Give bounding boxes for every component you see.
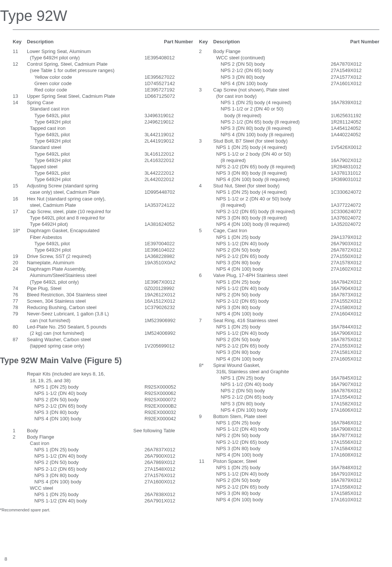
- cell-key: 3: [199, 87, 213, 93]
- cell-description: NPS 1 (DN 25) body (4 required): [213, 99, 325, 106]
- table-row: Fiber Asbestos: [13, 234, 193, 240]
- cell-description: NPS 1-1/2 (DN 40) body: [27, 390, 139, 396]
- cell-part: [139, 215, 193, 221]
- cell-description: NPS 2-1/2 (DN 65) body (8 required): [213, 163, 325, 170]
- cell-part: 26A7838X012: [139, 491, 193, 498]
- table-row: NPS 1-1/2 (DN 40) body16A7910X012: [199, 471, 379, 477]
- cell-description: NPS 2-1/2 (DN 65) body (8 required): [213, 119, 325, 125]
- cell-description: Stud Bolt, B7 Steel (for steel body): [213, 138, 325, 144]
- cell-description: Body Flange: [27, 434, 139, 440]
- cell-key: [13, 384, 27, 390]
- cell-key: 15: [13, 183, 27, 189]
- table-row: 16Hex Nut (standard spring case only),: [13, 196, 193, 202]
- cell-key: [13, 317, 27, 324]
- cell-key: [199, 67, 213, 74]
- cell-description: NPS 2 (DN 50) body: [27, 459, 139, 465]
- table-row: Type 6492L pilot3L442119012: [13, 131, 193, 138]
- cell-part: 1E396104022: [139, 247, 193, 253]
- cell-description: NPS 1 (DN 25) body: [213, 420, 325, 426]
- cell-description: NPS 1-1/2 (DN 40) body: [27, 453, 139, 459]
- cell-part: 1E395627022: [139, 74, 193, 80]
- cell-part: 1E397004022: [139, 240, 193, 247]
- table-row: NPS 2-1/2 (DN 65) body17A1556X012: [199, 439, 379, 445]
- table-row: Red color code1E395727192: [13, 87, 193, 93]
- cell-key: [199, 189, 213, 195]
- cell-key: [199, 445, 213, 452]
- table-row: NPS 1 (DN 25) body16A7846X012: [199, 420, 379, 426]
- cell-part: [139, 440, 193, 446]
- page-title: Type 92W: [0, 7, 379, 24]
- cell-key: 79: [13, 311, 27, 317]
- cell-description: NPS 4 (DN 100) body (8 required): [213, 176, 325, 183]
- cell-description: Type 6492H pilot): [27, 221, 139, 227]
- table-header: Key Description Part Number: [13, 39, 193, 44]
- cell-key: [13, 498, 27, 504]
- cell-key: [13, 157, 27, 163]
- cell-part: [139, 377, 193, 384]
- cell-description: NPS 2 (DN 50) body: [213, 432, 325, 439]
- cell-part: [139, 324, 193, 330]
- cell-key: [13, 189, 27, 195]
- cell-part: 17A1585X012: [325, 490, 379, 496]
- table-row: NPS 2-1/2 (DN 65) body (8 required)1R284…: [199, 163, 379, 170]
- cell-part: [139, 67, 193, 74]
- cell-key: [13, 446, 27, 453]
- cell-key: [199, 381, 213, 387]
- cell-description: Repair Kits (included are keys 8, 16,: [27, 371, 139, 377]
- table-row: NPS 1-1/2 or 2 (DN 40 or 50): [199, 106, 379, 112]
- table-row: NPS 4 (DN 100) body17A1608X012: [199, 452, 379, 458]
- cell-key: [13, 119, 27, 125]
- cell-description: NPS 3 (DN 80) body (8 required): [213, 215, 325, 221]
- table-row: NPS 4 (DN 100) body27A1602X012: [199, 266, 379, 272]
- table-row: NPS 1 (DN 25) body16A7845X012: [199, 375, 379, 381]
- cell-key: 1: [13, 427, 27, 434]
- left-column: Key Description Part Number 11Lower Spri…: [13, 39, 193, 504]
- cell-part: 16A1512X012: [139, 298, 193, 304]
- table-row: 19Drive Screw, SST (2 required)1A3682289…: [13, 253, 193, 259]
- cell-description: NPS 2-1/2 (DN 65) body: [213, 484, 325, 490]
- cell-part: [139, 144, 193, 150]
- table-row: NPS 1 (DN 25) bodyR92SX000052: [13, 384, 193, 390]
- table-row: 1BodySee following Table: [13, 427, 193, 434]
- cell-key: [13, 202, 27, 208]
- table-row: NPS 1 (DN 25) body16A7844X012: [199, 324, 379, 330]
- cell-description: NPS 1 (DN 25) body: [27, 384, 139, 390]
- cell-description: NPS 4 (DN 100) body: [213, 80, 325, 87]
- cell-key: [13, 371, 27, 377]
- table-row: NPS 2-1/2 (DN 65) body17A1554X012: [199, 394, 379, 400]
- cell-part: 26A7872X012: [325, 247, 379, 253]
- cell-description: NPS 3 (DN 80) body: [213, 259, 325, 266]
- cell-part: 27A1548X012: [139, 466, 193, 472]
- cell-part: 27A1552X012: [325, 298, 379, 304]
- cell-key: [13, 479, 27, 485]
- cell-part: 17A1606X012: [325, 407, 379, 413]
- cell-key: [13, 106, 27, 112]
- table-row: 5Cage, Cast Iron: [199, 227, 379, 234]
- cell-part: 26A7869X012: [139, 459, 193, 465]
- table-row: NPS 1-1/2 (DN 40) body26A7900X012: [13, 453, 193, 459]
- table-row: 316L Stainless steel and Graphite: [199, 368, 379, 375]
- cell-key: [13, 415, 27, 422]
- cell-part: 19A2612X012: [139, 292, 193, 298]
- cell-key: [13, 440, 27, 446]
- table-row: NPS 2-1/2 (DN 65) body (8 required)1R281…: [199, 119, 379, 125]
- cell-key: [13, 151, 27, 157]
- cell-part: 3L442222012: [139, 170, 193, 176]
- cell-part: 16A7848X012: [325, 464, 379, 471]
- cell-part: R92SX000072: [139, 396, 193, 403]
- cell-key: [199, 420, 213, 426]
- table-row: 2Body Flange: [199, 48, 379, 54]
- cell-part: 17A1556X012: [325, 439, 379, 445]
- cell-part: [139, 336, 193, 343]
- cell-key: [199, 253, 213, 259]
- cell-key: 9: [199, 413, 213, 420]
- cell-key: [13, 330, 27, 336]
- cell-part: [139, 272, 193, 278]
- cell-key: [199, 234, 213, 240]
- cell-description: NPS 1 (DN 25) body (4 required): [213, 144, 325, 150]
- cell-part: [325, 93, 379, 99]
- table-row: NPS 2 (DN 50) body26A7872X012: [199, 247, 379, 253]
- cell-description: Type 6492H pilot: [27, 138, 139, 144]
- cell-part: [325, 362, 379, 368]
- cell-part: 1E395408012: [139, 54, 193, 61]
